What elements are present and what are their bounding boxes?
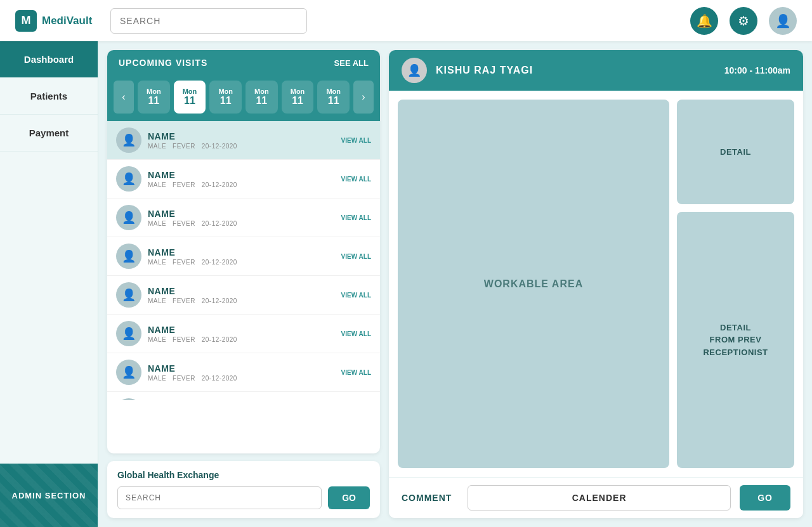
nav-right: 🔔 ⚙ 👤 bbox=[690, 7, 797, 35]
sidebar-item-dashboard[interactable]: Dashboard bbox=[0, 41, 98, 78]
patient-meta: MALE FEVER 20-12-2020 bbox=[148, 181, 335, 188]
admin-section[interactable]: ADMIN SECTION bbox=[0, 464, 98, 527]
calendar-button[interactable]: CALENDER bbox=[468, 485, 731, 511]
see-all-button[interactable]: SEE ALL bbox=[334, 58, 369, 68]
date-chip-1[interactable]: Mon 11 bbox=[174, 81, 206, 114]
view-all-link[interactable]: VIEW ALL bbox=[341, 214, 371, 221]
date-chip-4[interactable]: Mon 11 bbox=[282, 81, 314, 114]
avatar: 👤 bbox=[116, 205, 141, 230]
patient-meta: MALE FEVER 20-12-2020 bbox=[148, 336, 335, 343]
date-chip-5[interactable]: Mon 11 bbox=[317, 81, 350, 114]
workable-area: WORKABLE AREA bbox=[398, 100, 669, 468]
view-all-link[interactable]: VIEW ALL bbox=[341, 292, 371, 299]
view-all-link[interactable]: VIEW ALL bbox=[341, 176, 371, 183]
logo-name: MediVault bbox=[42, 15, 92, 27]
visit-info: NAME MALE FEVER 20-12-2020 bbox=[148, 131, 335, 150]
visit-info: NAME MALE FEVER 20-12-2020 bbox=[148, 170, 335, 188]
table-row[interactable]: 👤 NAME MALE FEVER 20-12-2020 VIEW ALL bbox=[107, 237, 380, 276]
main-layout: Dashboard Patients Payment ADMIN SECTION… bbox=[0, 41, 812, 527]
avatar: 👤 bbox=[116, 360, 141, 385]
ghe-title: Global Health Exchange bbox=[117, 470, 370, 480]
ghe-search-row: GO bbox=[117, 486, 370, 509]
table-row[interactable]: 👤 NAME MALE FEVER 20-12-2020 VIEW ALL bbox=[107, 276, 380, 315]
patient-meta: MALE FEVER 20-12-2020 bbox=[148, 259, 335, 266]
table-row[interactable]: 👤 NAME MALE FEVER 20-12-2020 VIEW ALL bbox=[107, 198, 380, 237]
table-row[interactable]: 👤 NAME MALE FEVER 20-12-2020 VIEW ALL bbox=[107, 121, 380, 160]
date-chip-2[interactable]: Mon 11 bbox=[209, 81, 242, 114]
detail-box-top: DETAIL bbox=[677, 100, 794, 204]
patient-meta: MALE FEVER 20-12-2020 bbox=[148, 143, 335, 150]
upcoming-header: UPCOMING VISITS SEE ALL bbox=[107, 50, 380, 75]
visit-info: NAME MALE FEVER 20-12-2020 bbox=[148, 286, 335, 304]
visit-info: NAME MALE FEVER 20-12-2020 bbox=[148, 363, 335, 382]
detail-box-bottom: DETAIL FROM PREV RECEPTIONIST bbox=[677, 212, 794, 468]
topnav: M MediVault 🔔 ⚙ 👤 bbox=[0, 0, 812, 41]
settings-icon[interactable]: ⚙ bbox=[730, 7, 757, 35]
visit-info: NAME MALE FEVER 20-12-2020 bbox=[148, 209, 335, 227]
avatar: 👤 bbox=[116, 282, 141, 308]
sidebar-item-payment[interactable]: Payment bbox=[0, 115, 98, 152]
avatar: 👤 bbox=[116, 127, 141, 153]
avatar: 👤 bbox=[116, 398, 141, 400]
avatar[interactable]: 👤 bbox=[769, 7, 797, 35]
view-all-link[interactable]: VIEW ALL bbox=[341, 369, 371, 376]
comment-label: COMMENT bbox=[402, 493, 459, 503]
avatar: 👤 bbox=[116, 166, 141, 192]
notification-icon[interactable]: 🔔 bbox=[690, 7, 718, 35]
detail-column: DETAIL DETAIL FROM PREV RECEPTIONIST bbox=[677, 100, 794, 468]
right-panel: 👤 KISHU RAJ TYAGI 10:00 - 11:00am WORKAB… bbox=[389, 50, 803, 518]
left-panel: UPCOMING VISITS SEE ALL ‹ Mon 11 Mon 11 bbox=[107, 50, 380, 518]
patient-name: KISHU RAJ TYAGI bbox=[436, 65, 533, 76]
ghe-card: Global Health Exchange GO bbox=[107, 461, 380, 518]
patient-meta: MALE FEVER 20-12-2020 bbox=[148, 220, 335, 227]
table-row[interactable]: 👤 NAME MALE FEVER 20-12-2020 VIEW ALL bbox=[107, 315, 380, 353]
patient-name: NAME bbox=[148, 247, 335, 257]
date-chip-3[interactable]: Mon 11 bbox=[246, 81, 278, 114]
upcoming-title: UPCOMING VISITS bbox=[119, 58, 207, 68]
patient-name: NAME bbox=[148, 170, 335, 180]
date-next-button[interactable]: › bbox=[353, 81, 374, 114]
table-row[interactable]: 👤 NAME MALE FEVER 20-12-2020 VIEW ALL bbox=[107, 392, 380, 400]
ghe-go-button[interactable]: GO bbox=[328, 486, 370, 509]
patient-body: WORKABLE AREA DETAIL DETAIL FROM PREV RE… bbox=[389, 91, 803, 477]
logo-icon: M bbox=[15, 10, 37, 32]
avatar: 👤 bbox=[116, 244, 141, 269]
visit-list: 👤 NAME MALE FEVER 20-12-2020 VIEW ALL 👤 … bbox=[107, 121, 380, 400]
patient-avatar: 👤 bbox=[402, 58, 427, 83]
ghe-search-input[interactable] bbox=[117, 486, 322, 509]
view-all-link[interactable]: VIEW ALL bbox=[341, 253, 371, 260]
view-all-link[interactable]: VIEW ALL bbox=[341, 330, 371, 337]
patient-name: NAME bbox=[148, 131, 335, 141]
table-row[interactable]: 👤 NAME MALE FEVER 20-12-2020 VIEW ALL bbox=[107, 353, 380, 392]
content-area: UPCOMING VISITS SEE ALL ‹ Mon 11 Mon 11 bbox=[98, 41, 812, 527]
date-prev-button[interactable]: ‹ bbox=[114, 81, 134, 114]
patient-header: 👤 KISHU RAJ TYAGI 10:00 - 11:00am bbox=[389, 50, 803, 91]
search-input[interactable] bbox=[110, 8, 307, 34]
logo-area: M MediVault bbox=[15, 10, 98, 32]
patient-name: NAME bbox=[148, 286, 335, 296]
patient-meta: MALE FEVER 20-12-2020 bbox=[148, 375, 335, 382]
admin-section-label: ADMIN SECTION bbox=[12, 491, 86, 500]
patient-name: NAME bbox=[148, 363, 335, 374]
view-all-link[interactable]: VIEW ALL bbox=[341, 137, 371, 144]
visit-info: NAME MALE FEVER 20-12-2020 bbox=[148, 325, 335, 343]
date-chip-0[interactable]: Mon 11 bbox=[138, 81, 170, 114]
patient-time: 10:00 - 11:00am bbox=[724, 65, 790, 75]
patient-meta: MALE FEVER 20-12-2020 bbox=[148, 297, 335, 304]
sidebar-item-patients[interactable]: Patients bbox=[0, 78, 98, 115]
patient-name: NAME bbox=[148, 325, 335, 335]
patient-footer: COMMENT CALENDER GO bbox=[389, 477, 803, 518]
go-button[interactable]: GO bbox=[740, 485, 790, 511]
upcoming-visits-card: UPCOMING VISITS SEE ALL ‹ Mon 11 Mon 11 bbox=[107, 50, 380, 453]
table-row[interactable]: 👤 NAME MALE FEVER 20-12-2020 VIEW ALL bbox=[107, 160, 380, 198]
sidebar: Dashboard Patients Payment ADMIN SECTION bbox=[0, 41, 98, 527]
date-row: ‹ Mon 11 Mon 11 Mon 11 Mon bbox=[107, 75, 380, 121]
patient-name: NAME bbox=[148, 209, 335, 219]
avatar: 👤 bbox=[116, 321, 141, 346]
visit-info: NAME MALE FEVER 20-12-2020 bbox=[148, 247, 335, 266]
